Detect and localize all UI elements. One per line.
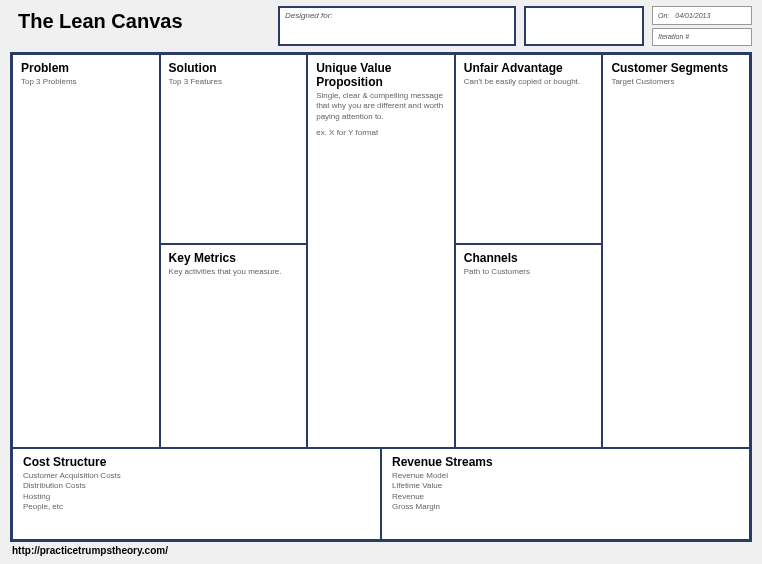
page-title: The Lean Canvas xyxy=(10,6,270,46)
canvas-bottom-row: Cost Structure Customer Acquisition Cost… xyxy=(13,449,749,539)
uvp-hint-2: ex. X for Y format xyxy=(316,128,446,138)
uvp-title: Unique Value Proposition xyxy=(316,61,446,89)
channels-hint: Path to Customers xyxy=(464,267,594,277)
channels-title: Channels xyxy=(464,251,594,265)
unfair-hint: Can't be easily copied or bought. xyxy=(464,77,594,87)
cost-title: Cost Structure xyxy=(23,455,370,469)
solution-title: Solution xyxy=(169,61,299,75)
problem-title: Problem xyxy=(21,61,151,75)
date-label: On: xyxy=(658,12,669,19)
uvp-hint: Single, clear & compelling message that … xyxy=(316,91,446,122)
cell-channels[interactable]: Channels Path to Customers xyxy=(456,245,602,447)
iteration-box[interactable]: Iteration # xyxy=(652,28,752,47)
revenue-title: Revenue Streams xyxy=(392,455,739,469)
lean-canvas-grid: Problem Top 3 Problems Solution Top 3 Fe… xyxy=(10,52,752,542)
designed-for-box[interactable]: Designed for: xyxy=(278,6,516,46)
column-solution-metrics: Solution Top 3 Features Key Metrics Key … xyxy=(161,55,309,447)
key-metrics-hint: Key activities that you measure. xyxy=(169,267,299,277)
column-problem: Problem Top 3 Problems xyxy=(13,55,161,447)
header-empty-box[interactable] xyxy=(524,6,644,46)
footer-url: http://practicetrumpstheory.com/ xyxy=(10,542,752,556)
date-value: 04/01/2013 xyxy=(675,12,710,19)
key-metrics-title: Key Metrics xyxy=(169,251,299,265)
column-unfair-channels: Unfair Advantage Can't be easily copied … xyxy=(456,55,604,447)
header-row: The Lean Canvas Designed for: On: 04/01/… xyxy=(10,6,752,46)
designed-for-label: Designed for: xyxy=(285,11,509,20)
column-uvp: Unique Value Proposition Single, clear &… xyxy=(308,55,456,447)
solution-hint: Top 3 Features xyxy=(169,77,299,87)
segments-title: Customer Segments xyxy=(611,61,741,75)
problem-hint: Top 3 Problems xyxy=(21,77,151,87)
cell-solution[interactable]: Solution Top 3 Features xyxy=(161,55,307,245)
iteration-label: Iteration # xyxy=(658,33,689,40)
unfair-title: Unfair Advantage xyxy=(464,61,594,75)
cell-customer-segments[interactable]: Customer Segments Target Customers xyxy=(603,55,749,447)
cell-key-metrics[interactable]: Key Metrics Key activities that you meas… xyxy=(161,245,307,447)
revenue-hint: Revenue Model Lifetime Value Revenue Gro… xyxy=(392,471,739,513)
cell-revenue-streams[interactable]: Revenue Streams Revenue Model Lifetime V… xyxy=(382,449,749,539)
date-box[interactable]: On: 04/01/2013 xyxy=(652,6,752,25)
cost-hint: Customer Acquisition Costs Distribution … xyxy=(23,471,370,513)
meta-column: On: 04/01/2013 Iteration # xyxy=(652,6,752,46)
cell-unfair-advantage[interactable]: Unfair Advantage Can't be easily copied … xyxy=(456,55,602,245)
column-segments: Customer Segments Target Customers xyxy=(603,55,749,447)
cell-problem[interactable]: Problem Top 3 Problems xyxy=(13,55,159,447)
segments-hint: Target Customers xyxy=(611,77,741,87)
cell-cost-structure[interactable]: Cost Structure Customer Acquisition Cost… xyxy=(13,449,382,539)
canvas-top-row: Problem Top 3 Problems Solution Top 3 Fe… xyxy=(13,55,749,449)
cell-uvp[interactable]: Unique Value Proposition Single, clear &… xyxy=(308,55,454,447)
